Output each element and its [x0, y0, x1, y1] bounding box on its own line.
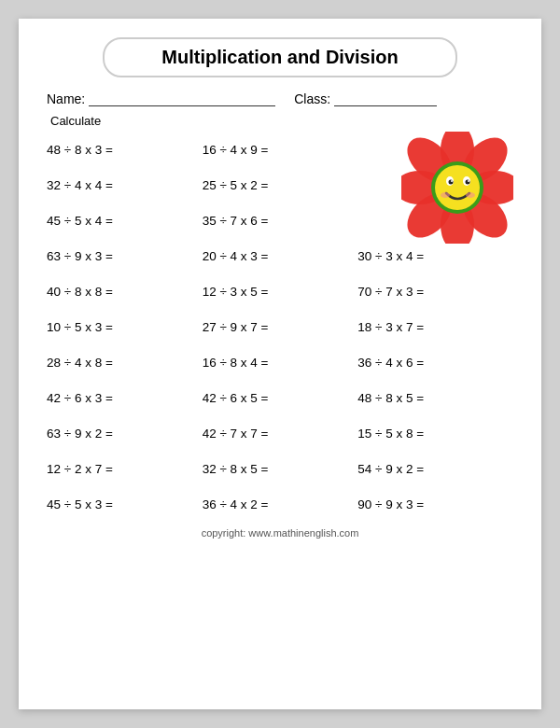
problem-cell: 36 ÷ 4 x 6 =	[357, 352, 513, 373]
problem-cell: 70 ÷ 7 x 3 =	[357, 281, 513, 302]
svg-point-15	[468, 180, 469, 182]
problem-cell: 54 ÷ 9 x 2 =	[357, 458, 513, 480]
problem-row: 28 ÷ 4 x 8 =16 ÷ 8 x 4 =36 ÷ 4 x 6 =	[47, 344, 513, 380]
calculate-label: Calculate	[50, 114, 513, 128]
problem-row: 40 ÷ 8 x 8 =12 ÷ 3 x 5 =70 ÷ 7 x 3 =	[47, 273, 513, 309]
problem-cell: 27 ÷ 9 x 7 =	[203, 316, 358, 338]
svg-point-17	[466, 192, 475, 198]
svg-point-13	[466, 180, 470, 185]
flower-decoration	[401, 132, 513, 244]
worksheet-page: Multiplication and Division Name: Class:…	[19, 19, 541, 709]
problem-cell: 18 ÷ 3 x 7 =	[357, 316, 513, 338]
problem-cell: 42 ÷ 7 x 7 =	[203, 423, 358, 444]
problem-cell: 45 ÷ 5 x 3 =	[47, 494, 203, 515]
problem-cell: 90 ÷ 9 x 3 =	[357, 494, 513, 515]
problem-cell: 42 ÷ 6 x 3 =	[47, 387, 203, 409]
problem-row: 63 ÷ 9 x 2 =42 ÷ 7 x 7 =15 ÷ 5 x 8 =	[47, 415, 513, 451]
problems-area: 48 ÷ 8 x 3 =16 ÷ 4 x 9 =32 ÷ 4 x 4 =25 ÷…	[47, 132, 513, 522]
class-line	[334, 91, 437, 106]
problem-cell: 12 ÷ 3 x 5 =	[203, 281, 358, 302]
problem-cell: 16 ÷ 8 x 4 =	[203, 352, 358, 373]
problem-row: 12 ÷ 2 x 7 =32 ÷ 8 x 5 =54 ÷ 9 x 2 =	[47, 451, 513, 486]
problem-cell: 63 ÷ 9 x 2 =	[47, 423, 203, 444]
problem-cell: 15 ÷ 5 x 8 =	[357, 423, 513, 444]
problem-cell: 48 ÷ 8 x 3 =	[47, 139, 203, 161]
svg-point-9	[435, 165, 480, 210]
svg-point-16	[441, 192, 450, 198]
class-label: Class:	[294, 91, 330, 106]
problem-cell: 10 ÷ 5 x 3 =	[47, 316, 203, 338]
name-line	[89, 91, 275, 106]
problem-cell: 28 ÷ 4 x 8 =	[47, 352, 203, 373]
problem-cell: 45 ÷ 5 x 4 =	[47, 210, 203, 231]
svg-point-12	[449, 180, 454, 185]
copyright: copyright: www.mathinenglish.com	[47, 527, 513, 539]
name-label: Name:	[47, 91, 85, 106]
problem-row: 45 ÷ 5 x 3 =36 ÷ 4 x 2 =90 ÷ 9 x 3 =	[47, 486, 513, 522]
problem-cell: 25 ÷ 5 x 2 =	[203, 175, 358, 196]
problem-cell: 16 ÷ 4 x 9 =	[203, 139, 358, 161]
problem-cell: 32 ÷ 8 x 5 =	[203, 458, 358, 480]
problem-cell: 63 ÷ 9 x 3 =	[47, 245, 203, 267]
problem-row: 10 ÷ 5 x 3 =27 ÷ 9 x 7 =18 ÷ 3 x 7 =	[47, 309, 513, 344]
problem-cell: 48 ÷ 8 x 5 =	[357, 387, 513, 409]
problem-cell: 40 ÷ 8 x 8 =	[47, 281, 203, 302]
worksheet-title: Multiplication and Division	[103, 37, 457, 77]
name-class-row: Name: Class:	[47, 91, 513, 106]
problem-cell: 42 ÷ 6 x 5 =	[203, 387, 358, 409]
problem-cell: 32 ÷ 4 x 4 =	[47, 175, 203, 196]
problem-cell: 30 ÷ 3 x 4 =	[357, 245, 513, 267]
problem-cell: 12 ÷ 2 x 7 =	[47, 458, 203, 480]
problem-row: 42 ÷ 6 x 3 =42 ÷ 6 x 5 =48 ÷ 8 x 5 =	[47, 380, 513, 415]
problem-cell: 35 ÷ 7 x 6 =	[203, 210, 358, 231]
svg-point-14	[451, 180, 453, 182]
problem-cell: 36 ÷ 4 x 2 =	[203, 494, 358, 515]
problem-cell: 20 ÷ 4 x 3 =	[203, 245, 358, 267]
